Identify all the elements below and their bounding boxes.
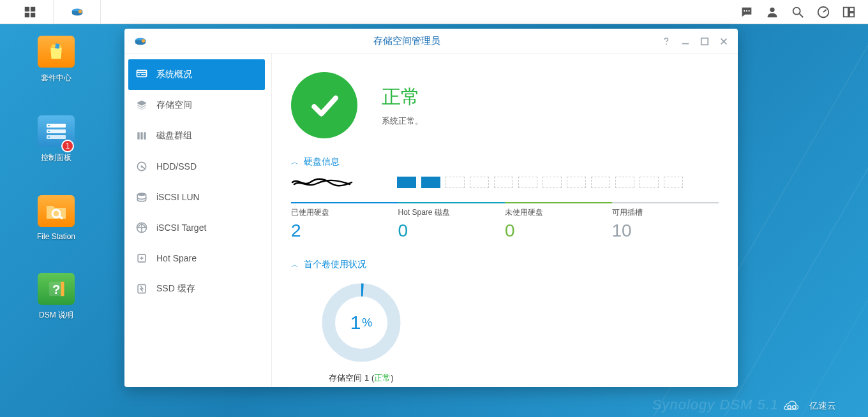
disk-slot[interactable] xyxy=(615,177,634,188)
volume-usage-block: 1% 存储空间 1 (正常) 0.28 GB / 14776.36 GB xyxy=(291,282,431,387)
svg-point-6 xyxy=(744,10,745,11)
disk-slot-row xyxy=(291,177,719,188)
section-title: 首个卷使用状况 xyxy=(304,259,366,270)
help-book-icon: ? xyxy=(38,273,75,305)
hdd-icon xyxy=(135,159,149,173)
svg-rect-36 xyxy=(137,70,147,77)
cloud-icon xyxy=(781,398,803,414)
taskbar-widgets-button[interactable] xyxy=(811,0,836,24)
panels-icon xyxy=(842,5,856,19)
search-icon xyxy=(791,5,805,19)
desktop-icon-package-center[interactable]: 套件中心 xyxy=(26,36,87,84)
disk-slot[interactable] xyxy=(591,177,610,188)
iscsi-lun-icon xyxy=(135,190,149,204)
desktop-icon-file-station[interactable]: File Station xyxy=(26,195,87,241)
svg-rect-21 xyxy=(48,125,50,126)
disk-slot[interactable] xyxy=(397,177,416,188)
svg-rect-40 xyxy=(137,132,139,140)
disk-slot[interactable] xyxy=(664,177,683,188)
svg-rect-15 xyxy=(849,7,854,11)
sidebar-item-label: Hot Spare xyxy=(156,253,197,263)
window-help-button[interactable] xyxy=(661,36,671,47)
sidebar-item-hdd-ssd[interactable]: HDD/SSD xyxy=(128,151,265,182)
window-minimize-button[interactable] xyxy=(680,36,691,47)
help-icon xyxy=(662,37,671,46)
user-icon xyxy=(765,5,779,19)
disk-slot[interactable] xyxy=(567,177,586,188)
taskbar-apps-button[interactable] xyxy=(6,0,54,24)
stat-value: 0 xyxy=(398,221,505,241)
apps-grid-icon xyxy=(23,5,37,19)
desktop-icon-control-panel[interactable]: 1 控制面板 xyxy=(26,115,87,163)
taskbar-chat-button[interactable] xyxy=(734,0,760,24)
taskbar-user-button[interactable] xyxy=(760,0,785,24)
stat-available-slots: 可用插槽 10 xyxy=(612,202,719,241)
sidebar-item-overview[interactable]: 系统概况 xyxy=(128,59,265,90)
taskbar-storage-manager-button[interactable] xyxy=(54,0,101,24)
taskbar-pilot-button[interactable] xyxy=(836,0,862,24)
svg-rect-2 xyxy=(24,12,29,17)
disk-slot[interactable] xyxy=(640,177,659,188)
sidebar-item-iscsi-lun[interactable]: iSCSI LUN xyxy=(128,182,265,212)
sidebar-item-volume[interactable]: 存储空间 xyxy=(128,90,265,121)
svg-rect-3 xyxy=(30,12,34,17)
disk-stats: 已使用硬盘 2 Hot Spare 磁盘 0 未使用硬盘 0 可用插槽 10 xyxy=(291,202,719,241)
svg-rect-1 xyxy=(30,6,34,11)
maximize-icon xyxy=(700,37,709,46)
svg-point-9 xyxy=(770,7,774,11)
disk-slot[interactable] xyxy=(470,177,489,188)
stat-label: 可用插槽 xyxy=(612,207,719,218)
svg-line-13 xyxy=(823,10,827,12)
sidebar-item-label: iSCSI LUN xyxy=(156,192,200,202)
stat-label: 已使用硬盘 xyxy=(291,207,398,218)
disk-slot[interactable] xyxy=(494,177,513,188)
gauge-icon xyxy=(816,5,830,19)
sidebar-item-label: 磁盘群组 xyxy=(156,130,192,142)
desktop-icon-label: DSM 说明 xyxy=(39,310,73,321)
section-toggle-disk-info[interactable]: ︿ 硬盘信息 xyxy=(291,156,719,168)
nas-model-redacted xyxy=(291,177,355,188)
svg-rect-41 xyxy=(140,132,142,140)
svg-point-38 xyxy=(138,74,140,75)
sidebar-item-disk-group[interactable]: 磁盘群组 xyxy=(128,121,265,151)
window-close-button[interactable] xyxy=(719,36,729,47)
sidebar-item-iscsi-target[interactable]: iSCSI Target xyxy=(128,212,265,243)
svg-point-56 xyxy=(788,406,791,409)
status-ok-icon xyxy=(291,72,357,138)
volume-icon xyxy=(135,98,149,112)
disk-slot[interactable] xyxy=(518,177,537,188)
shopping-bag-icon xyxy=(38,36,75,68)
status-heading: 正常 xyxy=(382,84,423,110)
desktop-icon-dsm-help[interactable]: ? DSM 说明 xyxy=(26,273,87,321)
sidebar-item-label: iSCSI Target xyxy=(156,223,206,233)
svg-point-46 xyxy=(137,193,146,196)
sidebar: 系统概况 存储空间 磁盘群组 HDD/SSD iSCSI LUN iSCSI T… xyxy=(124,54,271,387)
stat-label: 未使用硬盘 xyxy=(505,207,612,218)
disk-slot[interactable] xyxy=(421,177,440,188)
disk-slot[interactable] xyxy=(445,177,465,188)
svg-point-10 xyxy=(793,7,800,14)
chat-icon xyxy=(740,5,754,19)
svg-rect-28 xyxy=(61,282,64,296)
watermark-label: 亿速云 xyxy=(809,400,836,412)
sidebar-item-ssd-cache[interactable]: SSD 缓存 xyxy=(128,274,265,304)
synology-brand-text: Synology DSM 5.1 xyxy=(652,397,779,413)
volume-usage-donut: 1% xyxy=(320,282,402,363)
status-subtext: 系统正常。 xyxy=(382,115,423,127)
disk-group-icon xyxy=(135,129,149,143)
window-titlebar[interactable]: 存储空间管理员 xyxy=(124,29,738,54)
svg-rect-16 xyxy=(849,12,854,16)
section-toggle-volume-usage[interactable]: ︿ 首个卷使用状况 xyxy=(291,259,719,270)
sidebar-item-label: 存储空间 xyxy=(156,99,192,111)
stat-value: 2 xyxy=(291,221,398,241)
svg-rect-17 xyxy=(55,43,59,48)
disk-slot[interactable] xyxy=(542,177,562,188)
notification-badge: 1 xyxy=(61,140,74,152)
volume-name: 存储空间 1 (正常) xyxy=(329,372,393,384)
svg-line-11 xyxy=(800,13,804,17)
window-maximize-button[interactable] xyxy=(700,36,710,47)
taskbar-search-button[interactable] xyxy=(785,0,811,24)
folder-search-icon xyxy=(38,195,75,227)
sidebar-item-hot-spare[interactable]: Hot Spare xyxy=(128,243,265,274)
stat-value: 0 xyxy=(505,221,612,241)
